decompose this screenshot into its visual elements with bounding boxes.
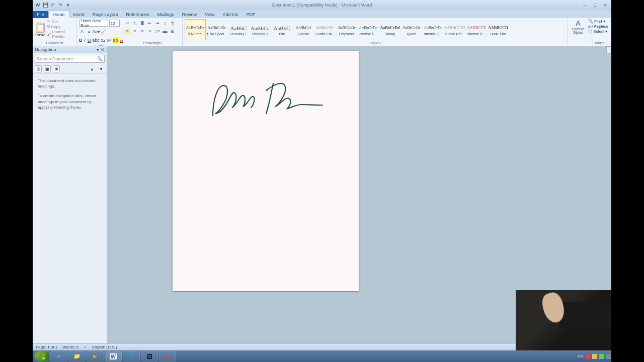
style-subtitle[interactable]: AaBbCcISubtitle bbox=[293, 19, 314, 40]
style-intense-e-[interactable]: AaBbCcDcIntense E... bbox=[358, 19, 379, 40]
nav-search-input[interactable]: Search Document 🔍 bbox=[35, 55, 105, 63]
style-strong[interactable]: AaBbCcDdStrong bbox=[379, 19, 400, 40]
maximize-icon[interactable]: ☐ bbox=[591, 3, 599, 8]
tab-review[interactable]: Review bbox=[178, 11, 201, 18]
taskbar-word[interactable]: W bbox=[105, 351, 122, 361]
ruler-toggle[interactable] bbox=[606, 46, 611, 53]
tray-lang[interactable]: EN bbox=[578, 354, 583, 359]
style-book-title[interactable]: AABBCCDBook Title bbox=[488, 19, 509, 40]
strike-button[interactable]: abc bbox=[93, 37, 99, 44]
justify-icon[interactable]: ≡ bbox=[147, 29, 153, 34]
tray-icon-4[interactable] bbox=[606, 354, 611, 359]
bold-button[interactable]: B bbox=[79, 37, 83, 44]
taskbar-explorer[interactable]: 📁 bbox=[68, 351, 86, 361]
qat-more-icon[interactable]: ▾ bbox=[65, 2, 71, 8]
nav-close-icon[interactable]: ✕ bbox=[101, 47, 105, 52]
numbering-icon[interactable]: ⒈ bbox=[132, 20, 138, 27]
showmarks-icon[interactable]: ¶ bbox=[170, 21, 176, 26]
undo-icon[interactable]: ↶ bbox=[50, 2, 56, 8]
start-button[interactable] bbox=[34, 351, 49, 361]
subscript-button[interactable]: x₂ bbox=[101, 37, 106, 44]
cut-button[interactable]: ✂ Cut bbox=[47, 19, 74, 24]
select-button[interactable]: ⬚ Select ▾ bbox=[588, 29, 609, 34]
sort-icon[interactable]: ↕ bbox=[162, 21, 168, 26]
tab-insert[interactable]: Insert bbox=[69, 11, 89, 18]
minimize-icon[interactable]: — bbox=[581, 3, 589, 8]
style-emphasis[interactable]: AaBbCcDcEmphasis bbox=[336, 19, 357, 40]
nav-tab-results[interactable]: ⊞ bbox=[53, 65, 60, 72]
align-right-icon[interactable]: ≡ bbox=[139, 29, 145, 34]
nav-dropdown-icon[interactable]: ▾ bbox=[97, 47, 99, 52]
shrink-font-icon[interactable]: A bbox=[86, 28, 92, 35]
find-button[interactable]: 🔍 Find ▾ bbox=[588, 19, 609, 24]
title-bar: W 💾 ↶ ↷ ▾ Document1 [Compatibility Mode]… bbox=[33, 0, 611, 10]
multilevel-icon[interactable]: ≣ bbox=[139, 21, 145, 26]
shading-icon[interactable]: ▬ bbox=[162, 29, 168, 34]
tray-icon-3[interactable] bbox=[599, 354, 604, 359]
tray-icon-1[interactable] bbox=[585, 354, 590, 359]
nav-up-icon[interactable]: ▴ bbox=[89, 65, 96, 72]
indent-icon[interactable]: ⇥ bbox=[154, 21, 160, 26]
status-language[interactable]: English (U.S.) bbox=[92, 345, 117, 349]
change-styles-button[interactable]: A Change Styles bbox=[570, 19, 586, 34]
replace-button[interactable]: ab Replace bbox=[588, 24, 609, 29]
status-proofing-icon[interactable]: ✓ bbox=[84, 345, 87, 349]
tab-mailings[interactable]: Mailings bbox=[153, 11, 178, 18]
line-spacing-icon[interactable]: ↕≡ bbox=[154, 29, 160, 34]
clipboard-group: Paste ✂ Cut ⧉ Copy 🖌 Format Painter Clip… bbox=[33, 18, 77, 46]
style-heading-2[interactable]: AaBbCcHeading 2 bbox=[250, 19, 271, 40]
superscript-button[interactable]: x² bbox=[107, 37, 111, 44]
style-heading-1[interactable]: AaBbCHeading 1 bbox=[228, 19, 249, 40]
nav-empty-msg1: This document does not contain headings. bbox=[38, 78, 102, 89]
underline-button[interactable]: U bbox=[88, 37, 91, 44]
status-page[interactable]: Page: 1 of 1 bbox=[36, 345, 57, 349]
style--normal[interactable]: AaBbCcDc¶ Normal bbox=[185, 19, 206, 40]
style-intense-q-[interactable]: AaBbCcDcIntense Q... bbox=[423, 19, 444, 40]
tab-file[interactable]: File bbox=[33, 11, 48, 18]
nav-tab-pages[interactable]: ▦ bbox=[44, 65, 51, 72]
highlight-button[interactable]: ab bbox=[113, 37, 118, 44]
tray-icon-2[interactable] bbox=[592, 354, 597, 359]
style-intense-r-[interactable]: AABBCCEIntense R... bbox=[466, 19, 487, 40]
grow-font-icon[interactable]: A bbox=[79, 28, 85, 35]
font-family-select[interactable]: Times New Rom bbox=[79, 20, 108, 27]
italic-button[interactable]: I bbox=[85, 37, 86, 44]
copy-button[interactable]: ⧉ Copy bbox=[47, 24, 74, 29]
paste-button[interactable]: Paste bbox=[35, 19, 46, 40]
dedent-icon[interactable]: ⇤ bbox=[147, 21, 153, 26]
tab-home[interactable]: Home bbox=[48, 11, 69, 18]
borders-icon[interactable]: ⊞ bbox=[170, 29, 176, 34]
tab-addins[interactable]: Add-Ins bbox=[219, 11, 243, 18]
align-left-icon[interactable]: ≡ bbox=[124, 29, 130, 34]
tab-references[interactable]: References bbox=[122, 11, 153, 18]
status-words[interactable]: Words: 0 bbox=[62, 345, 78, 349]
svg-point-2 bbox=[39, 356, 41, 359]
font-size-select[interactable]: 12 bbox=[109, 20, 120, 27]
tab-page-layout[interactable]: Page Layout bbox=[89, 11, 122, 18]
taskbar-app[interactable]: ◧ bbox=[159, 351, 176, 361]
nav-tab-headings[interactable]: ≣ bbox=[35, 65, 42, 72]
style-subtle-em-[interactable]: AaBbCcDcSubtle Em... bbox=[314, 19, 336, 40]
format-painter-button[interactable]: 🖌 Format Painter bbox=[47, 30, 74, 39]
style-subtle-ref-[interactable]: AABBCCDESubtle Ref... bbox=[444, 19, 465, 40]
style-quote[interactable]: AaBbCcDcQuote bbox=[401, 19, 422, 40]
clear-format-icon[interactable]: 🧹 bbox=[100, 28, 106, 35]
document-page[interactable] bbox=[173, 51, 359, 291]
taskbar-pictures[interactable]: 🖼 bbox=[141, 351, 158, 361]
signature-image bbox=[203, 76, 334, 122]
nav-down-icon[interactable]: ▾ bbox=[98, 65, 105, 72]
align-center-icon[interactable]: ≡ bbox=[132, 29, 138, 34]
tab-pdf[interactable]: PDF bbox=[243, 11, 260, 18]
style-title[interactable]: AaBbCTitle bbox=[271, 19, 292, 40]
taskbar-ie[interactable]: e bbox=[50, 351, 67, 361]
change-case-icon[interactable]: Aa▾ bbox=[93, 28, 99, 35]
search-icon[interactable]: 🔍 bbox=[97, 56, 103, 61]
tab-view[interactable]: View bbox=[201, 11, 218, 18]
taskbar-skype[interactable]: S bbox=[123, 351, 140, 361]
close-icon[interactable]: ✕ bbox=[601, 3, 609, 8]
style--no-spaci-[interactable]: AaBbCcDc¶ No Spaci... bbox=[206, 19, 227, 40]
save-icon[interactable]: 💾 bbox=[42, 2, 48, 8]
redo-icon[interactable]: ↷ bbox=[57, 2, 63, 8]
bullets-icon[interactable]: ≔ bbox=[124, 21, 130, 26]
taskbar-wmp[interactable]: ▶ bbox=[87, 351, 104, 361]
